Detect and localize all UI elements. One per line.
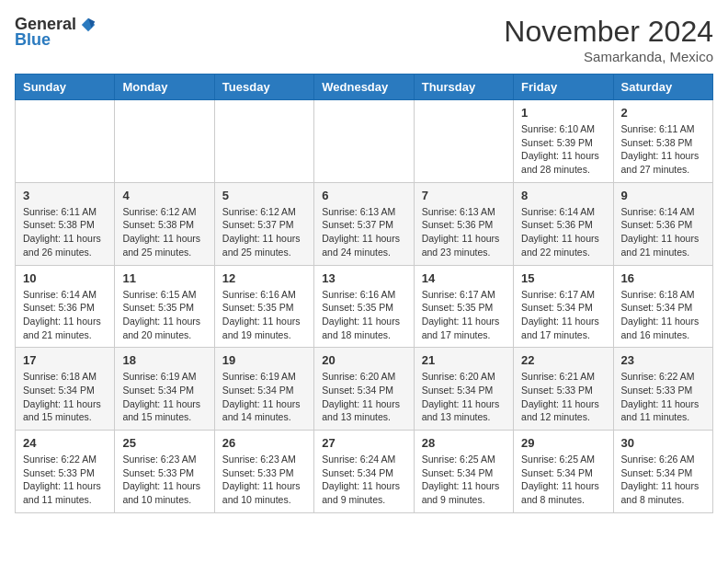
- calendar-cell: 8Sunrise: 6:14 AM Sunset: 5:36 PM Daylig…: [514, 182, 613, 265]
- calendar-header-friday: Friday: [514, 75, 613, 100]
- day-number: 11: [122, 271, 206, 285]
- page-header: General Blue November 2024 Samarkanda, M…: [15, 15, 713, 64]
- day-info: Sunrise: 6:20 AM Sunset: 5:34 PM Dayligh…: [322, 370, 405, 424]
- day-number: 16: [621, 271, 705, 285]
- day-info: Sunrise: 6:10 AM Sunset: 5:39 PM Dayligh…: [521, 122, 605, 177]
- calendar-cell: 7Sunrise: 6:13 AM Sunset: 5:36 PM Daylig…: [414, 182, 513, 265]
- day-number: 29: [521, 436, 605, 450]
- day-info: Sunrise: 6:14 AM Sunset: 5:36 PM Dayligh…: [621, 205, 705, 259]
- day-number: 18: [122, 353, 206, 367]
- calendar-week-1: 1Sunrise: 6:10 AM Sunset: 5:39 PM Daylig…: [16, 100, 713, 183]
- day-info: Sunrise: 6:11 AM Sunset: 5:38 PM Dayligh…: [621, 122, 705, 177]
- calendar-cell: [16, 100, 115, 183]
- day-info: Sunrise: 6:17 AM Sunset: 5:34 PM Dayligh…: [521, 288, 605, 342]
- calendar-cell: 27Sunrise: 6:24 AM Sunset: 5:34 PM Dayli…: [314, 431, 414, 513]
- day-info: Sunrise: 6:11 AM Sunset: 5:38 PM Dayligh…: [23, 205, 107, 259]
- day-info: Sunrise: 6:19 AM Sunset: 5:34 PM Dayligh…: [122, 370, 206, 424]
- calendar-cell: [414, 100, 513, 183]
- day-info: Sunrise: 6:26 AM Sunset: 5:34 PM Dayligh…: [621, 453, 705, 507]
- logo-icon: [80, 17, 97, 33]
- day-number: 4: [122, 189, 206, 202]
- calendar-week-2: 3Sunrise: 6:11 AM Sunset: 5:38 PM Daylig…: [16, 182, 713, 265]
- day-info: Sunrise: 6:21 AM Sunset: 5:33 PM Dayligh…: [521, 370, 605, 424]
- calendar-cell: 28Sunrise: 6:25 AM Sunset: 5:34 PM Dayli…: [414, 431, 513, 513]
- day-number: 5: [222, 189, 306, 202]
- day-info: Sunrise: 6:18 AM Sunset: 5:34 PM Dayligh…: [621, 288, 705, 342]
- calendar-cell: 29Sunrise: 6:25 AM Sunset: 5:34 PM Dayli…: [514, 431, 613, 513]
- calendar-table: SundayMondayTuesdayWednesdayThursdayFrid…: [15, 74, 713, 513]
- day-info: Sunrise: 6:23 AM Sunset: 5:33 PM Dayligh…: [222, 453, 306, 507]
- day-info: Sunrise: 6:15 AM Sunset: 5:35 PM Dayligh…: [122, 288, 206, 342]
- day-number: 6: [322, 189, 405, 202]
- day-number: 7: [422, 189, 506, 202]
- day-number: 25: [122, 436, 206, 450]
- calendar-cell: [314, 100, 414, 183]
- day-info: Sunrise: 6:24 AM Sunset: 5:34 PM Dayligh…: [322, 453, 405, 507]
- logo: General Blue: [15, 15, 97, 50]
- calendar-cell: 19Sunrise: 6:19 AM Sunset: 5:34 PM Dayli…: [214, 348, 313, 431]
- day-info: Sunrise: 6:25 AM Sunset: 5:34 PM Dayligh…: [521, 453, 605, 507]
- calendar-cell: 14Sunrise: 6:17 AM Sunset: 5:35 PM Dayli…: [414, 265, 513, 348]
- day-info: Sunrise: 6:22 AM Sunset: 5:33 PM Dayligh…: [23, 453, 107, 507]
- calendar-cell: 24Sunrise: 6:22 AM Sunset: 5:33 PM Dayli…: [16, 431, 115, 513]
- calendar-cell: 20Sunrise: 6:20 AM Sunset: 5:34 PM Dayli…: [314, 348, 414, 431]
- day-number: 22: [521, 353, 605, 367]
- calendar-header-thursday: Thursday: [414, 75, 513, 100]
- calendar-cell: 22Sunrise: 6:21 AM Sunset: 5:33 PM Dayli…: [514, 348, 613, 431]
- calendar-cell: 13Sunrise: 6:16 AM Sunset: 5:35 PM Dayli…: [314, 265, 414, 348]
- logo-blue-text: Blue: [15, 30, 51, 50]
- day-info: Sunrise: 6:17 AM Sunset: 5:35 PM Dayligh…: [422, 288, 506, 342]
- day-info: Sunrise: 6:16 AM Sunset: 5:35 PM Dayligh…: [222, 288, 306, 342]
- day-info: Sunrise: 6:19 AM Sunset: 5:34 PM Dayligh…: [222, 370, 306, 424]
- calendar-week-3: 10Sunrise: 6:14 AM Sunset: 5:36 PM Dayli…: [16, 265, 713, 348]
- day-info: Sunrise: 6:23 AM Sunset: 5:33 PM Dayligh…: [122, 453, 206, 507]
- day-number: 27: [322, 436, 405, 450]
- day-number: 12: [222, 271, 306, 285]
- calendar-cell: 3Sunrise: 6:11 AM Sunset: 5:38 PM Daylig…: [16, 182, 115, 265]
- day-number: 30: [621, 436, 705, 450]
- day-info: Sunrise: 6:13 AM Sunset: 5:36 PM Dayligh…: [422, 205, 506, 259]
- calendar-cell: 12Sunrise: 6:16 AM Sunset: 5:35 PM Dayli…: [214, 265, 313, 348]
- day-number: 19: [222, 353, 306, 367]
- calendar-cell: 15Sunrise: 6:17 AM Sunset: 5:34 PM Dayli…: [514, 265, 613, 348]
- day-info: Sunrise: 6:12 AM Sunset: 5:37 PM Dayligh…: [222, 205, 306, 259]
- day-number: 2: [621, 106, 705, 120]
- day-number: 9: [621, 189, 705, 202]
- day-number: 1: [521, 106, 605, 120]
- calendar-cell: 25Sunrise: 6:23 AM Sunset: 5:33 PM Dayli…: [115, 431, 214, 513]
- day-info: Sunrise: 6:16 AM Sunset: 5:35 PM Dayligh…: [322, 288, 405, 342]
- day-number: 14: [422, 271, 506, 285]
- day-number: 21: [422, 353, 506, 367]
- title-section: November 2024 Samarkanda, Mexico: [504, 15, 713, 64]
- calendar-header-saturday: Saturday: [613, 75, 712, 100]
- day-info: Sunrise: 6:14 AM Sunset: 5:36 PM Dayligh…: [521, 205, 605, 259]
- day-number: 23: [621, 353, 705, 367]
- month-title: November 2024: [504, 15, 713, 49]
- day-number: 26: [222, 436, 306, 450]
- calendar-cell: 18Sunrise: 6:19 AM Sunset: 5:34 PM Dayli…: [115, 348, 214, 431]
- day-number: 3: [23, 189, 107, 202]
- day-info: Sunrise: 6:25 AM Sunset: 5:34 PM Dayligh…: [422, 453, 506, 507]
- calendar-cell: 10Sunrise: 6:14 AM Sunset: 5:36 PM Dayli…: [16, 265, 115, 348]
- calendar-cell: 11Sunrise: 6:15 AM Sunset: 5:35 PM Dayli…: [115, 265, 214, 348]
- location-subtitle: Samarkanda, Mexico: [504, 49, 713, 64]
- calendar-cell: 1Sunrise: 6:10 AM Sunset: 5:39 PM Daylig…: [514, 100, 613, 183]
- day-info: Sunrise: 6:13 AM Sunset: 5:37 PM Dayligh…: [322, 205, 405, 259]
- day-info: Sunrise: 6:12 AM Sunset: 5:38 PM Dayligh…: [122, 205, 206, 259]
- day-number: 15: [521, 271, 605, 285]
- day-number: 8: [521, 189, 605, 202]
- calendar-cell: 16Sunrise: 6:18 AM Sunset: 5:34 PM Dayli…: [613, 265, 712, 348]
- calendar-header-sunday: Sunday: [16, 75, 115, 100]
- day-info: Sunrise: 6:14 AM Sunset: 5:36 PM Dayligh…: [23, 288, 107, 342]
- calendar-cell: 6Sunrise: 6:13 AM Sunset: 5:37 PM Daylig…: [314, 182, 414, 265]
- calendar-header-tuesday: Tuesday: [214, 75, 313, 100]
- calendar-cell: 26Sunrise: 6:23 AM Sunset: 5:33 PM Dayli…: [214, 431, 313, 513]
- calendar-cell: 4Sunrise: 6:12 AM Sunset: 5:38 PM Daylig…: [115, 182, 214, 265]
- day-number: 17: [23, 353, 107, 367]
- calendar-cell: 23Sunrise: 6:22 AM Sunset: 5:33 PM Dayli…: [613, 348, 712, 431]
- day-info: Sunrise: 6:18 AM Sunset: 5:34 PM Dayligh…: [23, 370, 107, 424]
- calendar-cell: 17Sunrise: 6:18 AM Sunset: 5:34 PM Dayli…: [16, 348, 115, 431]
- calendar-week-4: 17Sunrise: 6:18 AM Sunset: 5:34 PM Dayli…: [16, 348, 713, 431]
- day-number: 10: [23, 271, 107, 285]
- calendar-header-row: SundayMondayTuesdayWednesdayThursdayFrid…: [16, 75, 713, 100]
